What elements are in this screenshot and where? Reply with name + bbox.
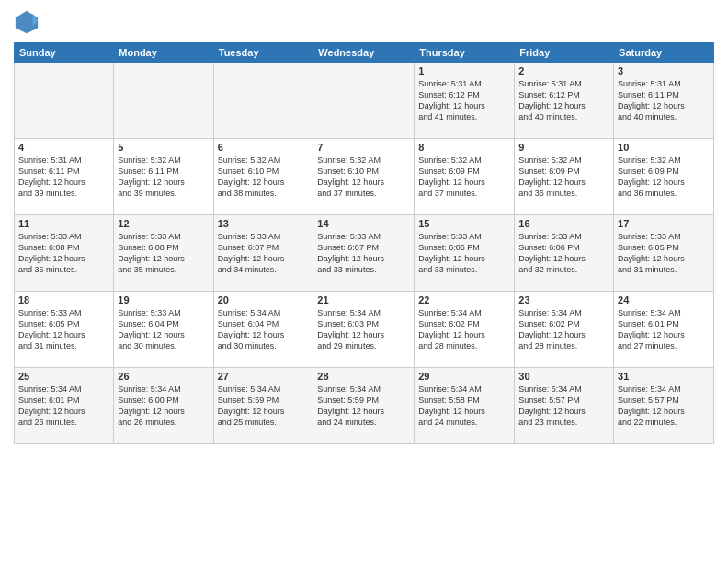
weekday-header-monday: Monday xyxy=(114,43,213,63)
weekday-header-thursday: Thursday xyxy=(415,43,515,63)
weekday-header-friday: Friday xyxy=(515,43,614,63)
day-cell: 25Sunrise: 5:34 AMSunset: 6:01 PMDayligh… xyxy=(15,368,114,444)
day-info: Sunrise: 5:31 AMSunset: 6:11 PMDaylight:… xyxy=(618,78,710,123)
day-info: Sunrise: 5:34 AMSunset: 5:59 PMDaylight:… xyxy=(218,384,310,429)
day-cell: 22Sunrise: 5:34 AMSunset: 6:02 PMDayligh… xyxy=(415,292,515,368)
day-cell: 2Sunrise: 5:31 AMSunset: 6:12 PMDaylight… xyxy=(515,63,614,139)
day-info: Sunrise: 5:31 AMSunset: 6:11 PMDaylight:… xyxy=(18,155,109,200)
day-info: Sunrise: 5:34 AMSunset: 6:00 PMDaylight:… xyxy=(118,384,209,429)
day-number: 4 xyxy=(18,142,109,153)
day-info: Sunrise: 5:34 AMSunset: 5:57 PMDaylight:… xyxy=(518,384,609,429)
day-number: 21 xyxy=(317,294,410,305)
day-number: 27 xyxy=(218,371,310,382)
day-number: 25 xyxy=(18,371,109,382)
week-row-1: 1Sunrise: 5:31 AMSunset: 6:12 PMDaylight… xyxy=(15,63,714,139)
day-info: Sunrise: 5:34 AMSunset: 6:01 PMDaylight:… xyxy=(18,384,109,429)
day-number: 22 xyxy=(418,294,510,305)
day-info: Sunrise: 5:33 AMSunset: 6:08 PMDaylight:… xyxy=(118,231,209,276)
day-number: 10 xyxy=(618,142,710,153)
day-number: 30 xyxy=(518,371,609,382)
day-info: Sunrise: 5:33 AMSunset: 6:06 PMDaylight:… xyxy=(418,231,510,276)
day-cell: 9Sunrise: 5:32 AMSunset: 6:09 PMDaylight… xyxy=(515,139,614,215)
day-cell: 27Sunrise: 5:34 AMSunset: 5:59 PMDayligh… xyxy=(213,368,313,444)
day-info: Sunrise: 5:34 AMSunset: 5:58 PMDaylight:… xyxy=(418,384,510,429)
day-number: 28 xyxy=(317,371,410,382)
day-number: 19 xyxy=(118,294,209,305)
day-info: Sunrise: 5:33 AMSunset: 6:05 PMDaylight:… xyxy=(18,307,109,352)
day-cell: 20Sunrise: 5:34 AMSunset: 6:04 PMDayligh… xyxy=(213,292,313,368)
page: SundayMondayTuesdayWednesdayThursdayFrid… xyxy=(0,0,728,563)
header xyxy=(14,9,714,35)
weekday-header-wednesday: Wednesday xyxy=(313,43,415,63)
week-row-4: 18Sunrise: 5:33 AMSunset: 6:05 PMDayligh… xyxy=(15,292,714,368)
logo-icon xyxy=(14,9,40,35)
day-cell: 24Sunrise: 5:34 AMSunset: 6:01 PMDayligh… xyxy=(614,292,714,368)
day-number: 31 xyxy=(618,371,710,382)
day-number: 24 xyxy=(618,294,710,305)
day-cell: 29Sunrise: 5:34 AMSunset: 5:58 PMDayligh… xyxy=(415,368,515,444)
day-info: Sunrise: 5:34 AMSunset: 6:02 PMDaylight:… xyxy=(418,307,510,352)
day-number: 6 xyxy=(218,142,310,153)
day-info: Sunrise: 5:33 AMSunset: 6:04 PMDaylight:… xyxy=(118,307,209,352)
day-cell: 15Sunrise: 5:33 AMSunset: 6:06 PMDayligh… xyxy=(415,215,515,292)
day-info: Sunrise: 5:31 AMSunset: 6:12 PMDaylight:… xyxy=(518,78,609,123)
day-number: 8 xyxy=(418,142,510,153)
day-number: 3 xyxy=(618,65,710,76)
day-cell: 7Sunrise: 5:32 AMSunset: 6:10 PMDaylight… xyxy=(313,139,415,215)
day-number: 15 xyxy=(418,218,510,229)
day-cell: 21Sunrise: 5:34 AMSunset: 6:03 PMDayligh… xyxy=(313,292,415,368)
week-row-5: 25Sunrise: 5:34 AMSunset: 6:01 PMDayligh… xyxy=(15,368,714,444)
day-info: Sunrise: 5:33 AMSunset: 6:06 PMDaylight:… xyxy=(518,231,609,276)
day-info: Sunrise: 5:34 AMSunset: 6:01 PMDaylight:… xyxy=(618,307,710,352)
day-info: Sunrise: 5:32 AMSunset: 6:09 PMDaylight:… xyxy=(618,155,710,200)
week-row-3: 11Sunrise: 5:33 AMSunset: 6:08 PMDayligh… xyxy=(15,215,714,292)
calendar: SundayMondayTuesdayWednesdayThursdayFrid… xyxy=(14,42,714,444)
day-cell xyxy=(313,63,415,139)
logo xyxy=(14,9,43,35)
day-number: 14 xyxy=(317,218,410,229)
day-cell: 8Sunrise: 5:32 AMSunset: 6:09 PMDaylight… xyxy=(415,139,515,215)
day-cell: 14Sunrise: 5:33 AMSunset: 6:07 PMDayligh… xyxy=(313,215,415,292)
day-info: Sunrise: 5:32 AMSunset: 6:09 PMDaylight:… xyxy=(518,155,609,200)
day-info: Sunrise: 5:32 AMSunset: 6:10 PMDaylight:… xyxy=(218,155,310,200)
day-cell: 31Sunrise: 5:34 AMSunset: 5:57 PMDayligh… xyxy=(614,368,714,444)
day-number: 11 xyxy=(18,218,109,229)
day-cell: 6Sunrise: 5:32 AMSunset: 6:10 PMDaylight… xyxy=(213,139,313,215)
day-cell: 26Sunrise: 5:34 AMSunset: 6:00 PMDayligh… xyxy=(114,368,213,444)
day-cell xyxy=(15,63,114,139)
day-cell: 5Sunrise: 5:32 AMSunset: 6:11 PMDaylight… xyxy=(114,139,213,215)
day-cell: 23Sunrise: 5:34 AMSunset: 6:02 PMDayligh… xyxy=(515,292,614,368)
weekday-header-row: SundayMondayTuesdayWednesdayThursdayFrid… xyxy=(15,43,714,63)
day-cell: 28Sunrise: 5:34 AMSunset: 5:59 PMDayligh… xyxy=(313,368,415,444)
day-number: 29 xyxy=(418,371,510,382)
day-number: 1 xyxy=(418,65,510,76)
day-info: Sunrise: 5:34 AMSunset: 6:02 PMDaylight:… xyxy=(518,307,609,352)
day-number: 26 xyxy=(118,371,209,382)
day-number: 2 xyxy=(518,65,609,76)
day-number: 16 xyxy=(518,218,609,229)
day-info: Sunrise: 5:33 AMSunset: 6:08 PMDaylight:… xyxy=(18,231,109,276)
day-cell: 19Sunrise: 5:33 AMSunset: 6:04 PMDayligh… xyxy=(114,292,213,368)
day-cell: 11Sunrise: 5:33 AMSunset: 6:08 PMDayligh… xyxy=(15,215,114,292)
day-info: Sunrise: 5:32 AMSunset: 6:11 PMDaylight:… xyxy=(118,155,209,200)
day-number: 12 xyxy=(118,218,209,229)
day-info: Sunrise: 5:33 AMSunset: 6:07 PMDaylight:… xyxy=(218,231,310,276)
day-cell: 13Sunrise: 5:33 AMSunset: 6:07 PMDayligh… xyxy=(213,215,313,292)
day-number: 5 xyxy=(118,142,209,153)
day-cell: 18Sunrise: 5:33 AMSunset: 6:05 PMDayligh… xyxy=(15,292,114,368)
day-number: 17 xyxy=(618,218,710,229)
day-info: Sunrise: 5:32 AMSunset: 6:10 PMDaylight:… xyxy=(317,155,410,200)
weekday-header-sunday: Sunday xyxy=(15,43,114,63)
day-cell: 17Sunrise: 5:33 AMSunset: 6:05 PMDayligh… xyxy=(614,215,714,292)
day-info: Sunrise: 5:33 AMSunset: 6:07 PMDaylight:… xyxy=(317,231,410,276)
day-cell: 12Sunrise: 5:33 AMSunset: 6:08 PMDayligh… xyxy=(114,215,213,292)
weekday-header-saturday: Saturday xyxy=(614,43,714,63)
day-cell: 30Sunrise: 5:34 AMSunset: 5:57 PMDayligh… xyxy=(515,368,614,444)
day-number: 9 xyxy=(518,142,609,153)
day-cell: 10Sunrise: 5:32 AMSunset: 6:09 PMDayligh… xyxy=(614,139,714,215)
week-row-2: 4Sunrise: 5:31 AMSunset: 6:11 PMDaylight… xyxy=(15,139,714,215)
day-info: Sunrise: 5:31 AMSunset: 6:12 PMDaylight:… xyxy=(418,78,510,123)
day-info: Sunrise: 5:34 AMSunset: 6:04 PMDaylight:… xyxy=(218,307,310,352)
day-cell xyxy=(213,63,313,139)
day-cell: 4Sunrise: 5:31 AMSunset: 6:11 PMDaylight… xyxy=(15,139,114,215)
